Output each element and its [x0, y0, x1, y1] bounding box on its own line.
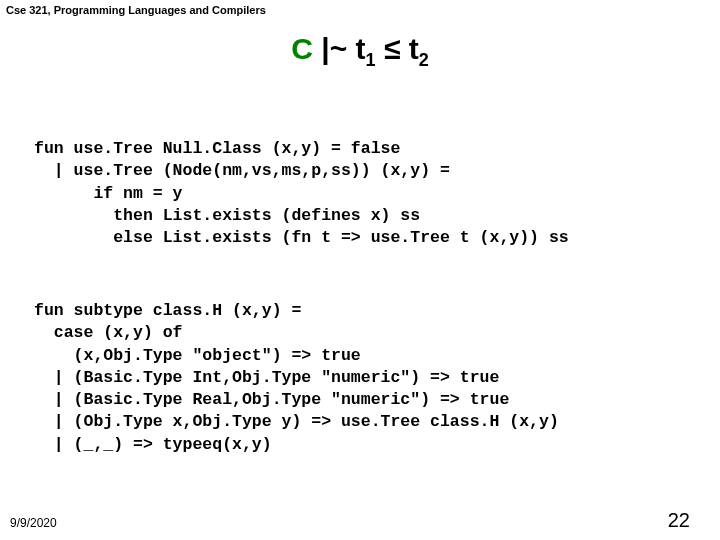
- title-sub2: 2: [419, 50, 429, 70]
- title-c: C: [291, 32, 313, 65]
- slide: Cse 321, Programming Languages and Compi…: [0, 0, 720, 540]
- footer-pagenum: 22: [668, 509, 690, 532]
- page-title: C |~ t1 ≤ t2: [0, 32, 720, 71]
- code-block-usetree: fun use.Tree Null.Class (x,y) = false | …: [34, 138, 569, 249]
- title-t2: t: [409, 32, 419, 65]
- footer-date: 9/9/2020: [10, 516, 57, 530]
- title-t1: t: [356, 32, 366, 65]
- title-sub1: 1: [366, 50, 376, 70]
- course-header: Cse 321, Programming Languages and Compi…: [6, 4, 266, 16]
- title-leq: ≤: [376, 32, 409, 65]
- title-sep: |~: [313, 32, 356, 65]
- code-block-subtype: fun subtype class.H (x,y) = case (x,y) o…: [34, 300, 559, 456]
